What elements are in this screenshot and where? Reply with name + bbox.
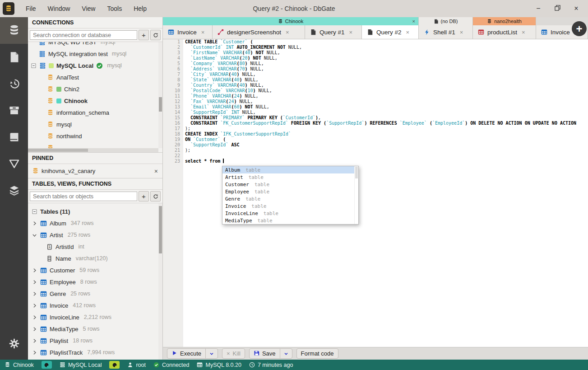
connection-item-mysql-integration-test[interactable]: MySQL integration testmysql [28,48,162,60]
menu-help[interactable]: Help [128,5,153,12]
autocomplete-item-invoice[interactable]: Invoicetable [222,202,354,210]
connection-item-mysql-wd-test[interactable]: MYSQL WD TESTmysql [28,42,162,48]
tables-vscrollbar[interactable] [158,203,162,360]
menu-file[interactable]: File [20,5,42,12]
new-tab-button[interactable]: + [572,21,587,36]
autocomplete-item-album[interactable]: Albumtable [222,166,354,173]
autocomplete-item-employee[interactable]: Employeetable [222,188,354,195]
close-tab-button[interactable]: × [349,29,353,36]
add-table-button[interactable]: + [139,191,149,201]
suggestion-name: Genre [225,196,240,202]
save-button[interactable]: Save [249,348,292,359]
tab-invoice[interactable]: Invoice× [163,25,213,39]
close-tab-button[interactable]: × [406,29,410,36]
tab-designerscreenshot[interactable]: designerScreenshot× [213,25,305,39]
connections-hscrollbar[interactable] [28,148,158,152]
chevron-right-icon[interactable] [32,314,37,320]
tab-group-nano2health[interactable]: nano2health [473,17,536,25]
table-item-playlisttrack[interactable]: PlaylistTrack7,994 rows [28,347,162,358]
chevron-right-icon[interactable] [32,338,37,344]
table-item-customer[interactable]: Customer59 rows [28,264,162,276]
chevron-right-icon[interactable] [32,326,37,332]
save-icon [254,350,259,357]
save-dropdown-button[interactable] [280,349,292,358]
menu-view[interactable]: View [76,5,101,12]
chevron-right-icon[interactable] [32,291,37,297]
color-tag [56,87,61,92]
unpin-button[interactable]: × [154,168,158,175]
table-item-mediatype[interactable]: MediaType5 rows [28,323,162,335]
table-blue-icon [541,29,547,35]
execute-dropdown-button[interactable] [205,349,218,358]
chevron-right-icon[interactable] [32,220,37,226]
chevron-right-icon[interactable] [32,279,37,285]
activity-settings-gear-icon[interactable] [0,330,28,357]
connection-item-chin2[interactable]: Chin2 [28,83,162,95]
activity-filter-icon[interactable] [0,150,28,177]
autocomplete-item-invoiceline[interactable]: InvoiceLinetable [222,210,354,217]
format-code-button[interactable]: Format code [296,348,338,359]
grid-white-icon [197,362,203,368]
table-item-artist[interactable]: Artist275 rows [28,229,162,241]
add-connection-button[interactable]: + [139,30,149,40]
table-item-invoiceline[interactable]: InvoiceLine2,212 rows [28,311,162,323]
connection-item-mysql[interactable]: mysql [28,118,162,130]
chevron-right-icon[interactable] [32,267,37,273]
column-item-name[interactable]: Namevarchar(120) [28,253,162,264]
theme-color-button[interactable] [42,361,52,369]
connection-item-chinook[interactable]: Chinook [28,95,162,107]
tab-query-1[interactable]: Query #1× [305,25,362,39]
activity-book-icon[interactable] [0,124,28,150]
tab-query-2[interactable]: Query #2× [362,25,419,39]
activity-file-icon[interactable] [0,44,28,70]
chevron-right-icon[interactable] [32,350,37,356]
tables-root[interactable]: Tables (11) [28,206,162,217]
table-item-genre[interactable]: Genre25 rows [28,288,162,300]
close-tab-button[interactable]: × [522,29,525,36]
autocomplete-item-customer[interactable]: Customertable [222,181,354,188]
activity-database-icon[interactable] [0,17,28,44]
tab-shell-1[interactable]: Shell #1× [419,25,473,39]
tab-group-chinook[interactable]: Chinook× [163,17,419,25]
tab-label: Invoice [177,29,197,36]
activity-history-icon[interactable] [0,70,28,97]
close-tab-button[interactable]: × [201,29,205,36]
chevron-right-icon[interactable] [32,303,37,309]
refresh-tables-button[interactable] [150,191,161,201]
activity-archive-icon[interactable] [0,97,28,124]
chevron-down-icon[interactable] [32,232,37,238]
autocomplete-item-artist[interactable]: Artisttable [222,173,354,181]
menu-tools[interactable]: Tools [101,5,128,12]
close-button[interactable]: × [573,5,580,13]
activity-layers-icon[interactable] [0,177,28,204]
connection-item-mysql-local[interactable]: MySQL Localmysql [28,60,162,71]
row-count: 5 rows [83,326,100,332]
pinned-item-knihovna-v2-canary[interactable]: knihovna_v2_canary× [28,164,162,178]
connection-item-information-schema[interactable]: information_schema [28,107,162,118]
close-tab-button[interactable]: × [286,29,289,36]
tables-search-input[interactable] [30,192,137,201]
autocomplete-item-genre[interactable]: Genretable [222,195,354,202]
connections-search-input[interactable] [30,30,137,40]
connections-vscrollbar[interactable] [158,42,162,148]
table-item-album[interactable]: Album347 rows [28,217,162,229]
column-item-artistid[interactable]: 1ArtistIdint [28,241,162,253]
tab-group-no-db[interactable]: (no DB) [419,17,473,25]
execute-button[interactable]: Execute [167,348,218,359]
connection-item-analtest[interactable]: AnalTest [28,71,162,83]
minimize-button[interactable]: − [535,5,542,13]
table-item-invoice[interactable]: Invoice412 rows [28,300,162,311]
theme-color-button[interactable] [109,361,120,369]
autocomplete-scrollbar[interactable] [354,166,358,224]
connection-item-northwind[interactable]: northwind [28,130,162,142]
sql-editor[interactable]: 1CREATE TABLE `Customer` (2 `CustomerId`… [163,39,588,347]
close-group-button[interactable]: × [412,19,415,24]
table-item-employee[interactable]: Employee8 rows [28,276,162,288]
tab-productlist[interactable]: productList× [473,25,536,39]
menu-window[interactable]: Window [42,5,76,12]
restore-button[interactable] [554,5,561,13]
autocomplete-item-mediatype[interactable]: MediaTypetable [222,217,354,224]
refresh-connections-button[interactable] [150,30,161,40]
close-tab-button[interactable]: × [460,29,463,36]
table-item-playlist[interactable]: Playlist18 rows [28,335,162,347]
